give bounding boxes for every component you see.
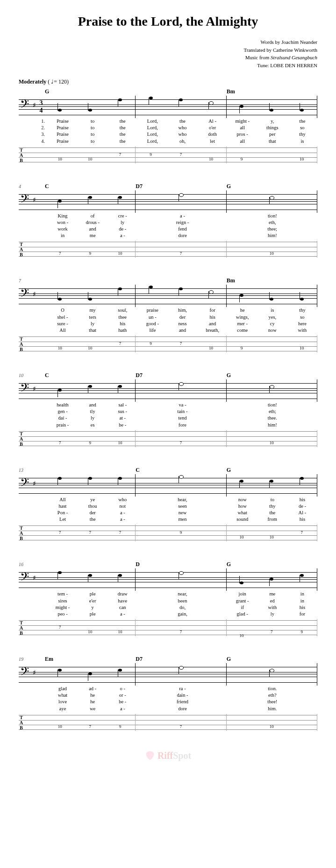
fret-number: 7: [287, 525, 317, 541]
lyric-syllable: yethouderthe: [78, 497, 107, 523]
fret-number: 7: [75, 525, 105, 541]
lyric-syllable: a -reign -fenddore: [137, 213, 227, 239]
bar-number: 19: [19, 657, 23, 662]
chord-row: DG: [19, 561, 317, 567]
lyric-syllable: sal -sus -at -be -: [107, 402, 137, 428]
key-signature: ♯: [33, 197, 36, 203]
lyric-syllable: tion.eth?thee!him.: [228, 686, 317, 712]
tab-measure: 10107: [45, 336, 136, 352]
bass-clef-icon: 𝄢: [20, 193, 29, 207]
note: [257, 96, 286, 118]
verse-number: 3.: [41, 131, 45, 138]
note: [45, 190, 75, 213]
tab-measure: 10: [227, 430, 317, 447]
measure: [45, 663, 136, 686]
tab-label: TAB: [20, 242, 23, 257]
fret-number: 10: [227, 525, 257, 541]
fret-number: 9: [227, 147, 257, 163]
tab-measure: 7910: [45, 241, 136, 258]
staff: 16𝄢♯: [19, 568, 317, 591]
fret-number: 10: [227, 430, 317, 447]
note: [105, 474, 135, 497]
credits-block: Words by Joachim Neander Translated by C…: [19, 38, 317, 69]
measure: [227, 663, 317, 686]
note: [166, 285, 196, 307]
key-signature: ♯: [33, 481, 36, 487]
lyric-syllable: thethethethe: [107, 118, 137, 145]
chord-symbol: D7: [136, 183, 226, 189]
measure: [136, 379, 226, 402]
tab-measure: 777: [45, 525, 136, 541]
fret-number: 10: [257, 525, 286, 541]
tablature: TAB777910107: [19, 525, 317, 541]
measure: [227, 96, 317, 118]
verse-number: 1.: [41, 118, 45, 125]
note: [227, 568, 257, 591]
lyric-syllable: hisde -Al -his: [287, 497, 317, 523]
credit-tune: Tune: LOBE DEN HERREN: [19, 62, 317, 70]
tablature: TAB7910710: [19, 241, 317, 258]
note: [166, 96, 196, 118]
chord-symbol: Bm: [227, 88, 317, 95]
chord-symbol: C: [136, 467, 226, 473]
lyric-syllable: y,thingsperthat: [257, 118, 287, 145]
fret-number: 9: [136, 336, 165, 352]
fret-number: 10: [75, 619, 105, 636]
note: [227, 190, 317, 213]
note: [227, 285, 257, 307]
music-system: CD7G10𝄢♯healthgen -dai -prais -andtlylye…: [19, 372, 317, 447]
chord-symbol: G: [45, 88, 136, 95]
chord-symbol: G: [227, 372, 317, 378]
staff: 7𝄢♯: [19, 285, 317, 307]
staff: 𝄢♯34: [19, 96, 317, 118]
lyric-syllable: Al -o'erdothlet: [198, 118, 228, 145]
note: [227, 379, 317, 402]
measure: [136, 96, 226, 118]
lyric-syllable: forhisandbreath,: [198, 307, 228, 334]
tab-measure: 9: [136, 525, 226, 541]
lyric-syllable: nowhowwhatsound: [228, 497, 257, 523]
fret-number: 9: [287, 619, 317, 636]
fret-number: 7: [75, 714, 105, 731]
note: [105, 568, 135, 591]
chord-symbol: G: [227, 183, 317, 189]
music-system: CG13𝄢♯AllhastPon -Letyethouderthewhonota…: [19, 467, 317, 542]
chord-row: Bm: [19, 277, 317, 284]
measure: [136, 285, 226, 307]
tab-label: TAB: [20, 620, 23, 636]
fret-number: 10: [227, 619, 257, 636]
fret-number: 9: [136, 525, 226, 541]
measure: [227, 379, 317, 402]
chord-symbol: Bm: [227, 277, 317, 284]
note: [287, 568, 317, 591]
fret-number: 9: [75, 241, 105, 258]
bass-clef-icon: 𝄢: [20, 571, 29, 585]
chord-symbol: G: [227, 467, 317, 473]
lyric-syllable: Oshel -sure -All: [48, 307, 78, 334]
note: [45, 379, 75, 402]
lyric-syllable: PraisePraisePraisePraise: [48, 118, 78, 145]
fret-number: 9: [136, 147, 165, 163]
lyric-syllable: totototo: [78, 118, 107, 145]
note: [75, 190, 105, 213]
credit-music: Music from Stralsund Gesangbuch: [19, 54, 317, 62]
measure: [45, 285, 136, 307]
tab-label: TAB: [20, 715, 23, 730]
lyric-syllable: o -or -be -a -: [107, 686, 137, 712]
fret-number: 10: [105, 241, 135, 258]
lyric-syllable: joingrant -ifglad -: [228, 591, 257, 617]
fret-number: 7: [45, 241, 75, 258]
note: [136, 474, 226, 497]
chord-row: CD7G: [19, 183, 317, 189]
chord-symbol: [45, 561, 136, 567]
staff: 4𝄢♯: [19, 190, 317, 213]
chord-symbol: G: [227, 561, 317, 567]
bass-clef-icon: 𝄢: [20, 477, 29, 491]
fret-number: 9: [75, 430, 105, 447]
chord-symbol: [136, 277, 226, 284]
staff: 10𝄢♯: [19, 379, 317, 402]
lyrics-block: AllhastPon -Letyethouderthewhonota -a -h…: [19, 497, 317, 523]
chord-symbol: D7: [136, 656, 226, 662]
fret-number: 9: [227, 336, 257, 352]
tablature: TAB101079710910: [19, 336, 317, 352]
